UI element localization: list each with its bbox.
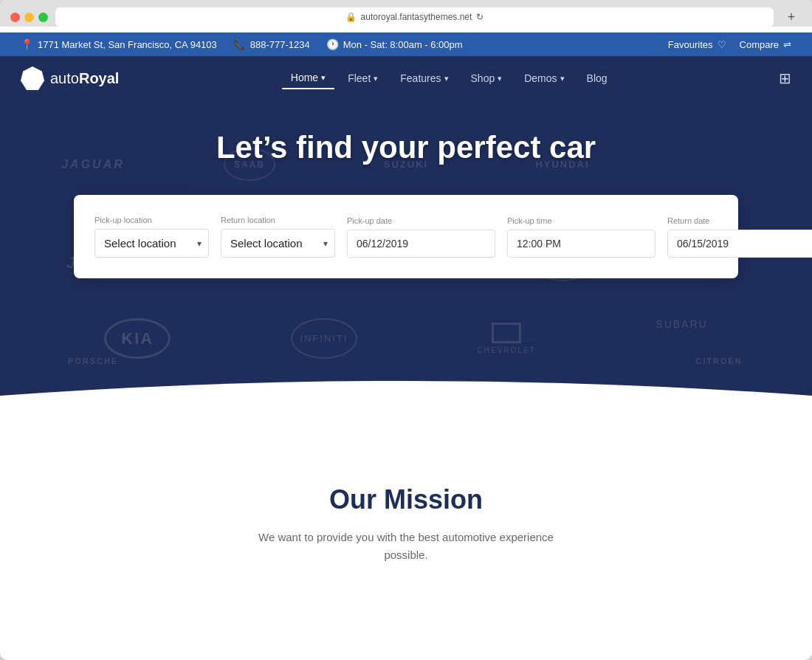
hours-text: Mon - Sat: 8:00am - 6:00pm	[343, 39, 463, 50]
logo[interactable]: autoRoyal	[21, 66, 119, 90]
logo-text: autoRoyal	[50, 70, 119, 87]
nav-item-shop[interactable]: Shop ▾	[462, 68, 512, 89]
mission-text: We want to provide you with the best aut…	[251, 529, 561, 564]
chevron-down-icon: ▾	[374, 74, 378, 83]
close-button[interactable]	[10, 13, 20, 22]
nav-home-label: Home	[291, 72, 318, 83]
return-date-input[interactable]	[667, 230, 812, 258]
brands-bottom-row: KIA INFINITI CHEVROLET SUBARU	[0, 318, 812, 359]
mission-section: Our Mission We want to provide you with …	[0, 425, 812, 594]
hero-curve	[0, 366, 812, 425]
pickup-date-label: Pick-up date	[347, 216, 495, 225]
minimize-button[interactable]	[24, 13, 34, 22]
phone-icon: 📞	[233, 38, 246, 50]
pickup-time-field: Pick-up time	[507, 216, 656, 258]
phone-item: 📞 888-777-1234	[233, 38, 310, 50]
logo-icon	[21, 66, 44, 90]
brand-subaru: SUBARU	[656, 318, 707, 359]
pickup-location-field: Pick-up location Select location	[94, 216, 209, 258]
browser-chrome: 🔒 autoroyal.fantasythemes.net ↻ +	[0, 0, 812, 27]
location-icon: 📍	[21, 38, 33, 50]
nav-menu: Home ▾ Fleet ▾ Features ▾ Shop ▾ Demos ▾…	[282, 67, 616, 89]
navigation: autoRoyal Home ▾ Fleet ▾ Features ▾ Shop…	[0, 56, 812, 100]
login-button[interactable]: ⊞	[779, 69, 791, 87]
pickup-location-wrapper: Select location	[94, 229, 209, 258]
lock-icon: 🔒	[345, 12, 357, 22]
mission-title: Our Mission	[21, 484, 791, 515]
return-date-label: Return date	[667, 216, 812, 225]
compare-item[interactable]: Compare ⇌	[740, 39, 791, 50]
reload-icon[interactable]: ↻	[476, 12, 484, 22]
nav-item-features[interactable]: Features ▾	[391, 68, 457, 89]
logo-light: auto	[50, 70, 79, 86]
info-bar-right: Favourites ♡ Compare ⇌	[668, 39, 791, 50]
nav-item-home[interactable]: Home ▾	[282, 67, 334, 89]
url-text: autoroyal.fantasythemes.net	[361, 12, 472, 22]
address-text: 1771 Market St, San Francisco, CA 94103	[38, 39, 217, 50]
hours-item: 🕐 Mon - Sat: 8:00am - 6:00pm	[326, 38, 463, 50]
address-item: 📍 1771 Market St, San Francisco, CA 9410…	[21, 38, 217, 50]
info-bar: 📍 1771 Market St, San Francisco, CA 9410…	[0, 32, 812, 56]
brand-chevrolet: CHEVROLET	[478, 318, 536, 359]
phone-text: 888-777-1234	[250, 39, 310, 50]
return-date-field: Return date	[667, 216, 812, 258]
nav-fleet-label: Fleet	[348, 72, 371, 84]
chevron-down-icon: ▾	[321, 73, 326, 83]
browser-window: 🔒 autoroyal.fantasythemes.net ↻ + 📍 1771…	[0, 0, 812, 660]
compare-text: Compare	[740, 39, 779, 50]
nav-demos-label: Demos	[524, 72, 557, 84]
chevron-down-icon: ▾	[444, 74, 449, 83]
return-location-field: Return location Select location	[221, 216, 335, 258]
return-location-wrapper: Select location	[221, 229, 335, 258]
nav-features-label: Features	[400, 72, 441, 84]
new-tab-button[interactable]: +	[781, 7, 802, 27]
return-location-label: Return location	[221, 216, 335, 224]
heart-icon: ♡	[718, 39, 726, 50]
nav-item-blog[interactable]: Blog	[578, 68, 616, 89]
logo-bold: Royal	[79, 70, 119, 86]
search-box: Pick-up location Select location Return …	[74, 195, 738, 278]
favourites-text: Favourites	[668, 39, 713, 50]
nav-shop-label: Shop	[471, 72, 495, 84]
nav-blog-label: Blog	[587, 72, 608, 84]
hero-section: JAGUAR SAAB SUZUKI HYUNDAI Jeep RENAULT …	[0, 100, 812, 425]
hero-title: Let’s find your perfect car	[216, 130, 596, 165]
pickup-time-label: Pick-up time	[507, 216, 656, 225]
return-location-select[interactable]: Select location	[221, 229, 335, 258]
chevron-down-icon: ▾	[498, 74, 502, 83]
window-controls	[10, 13, 48, 22]
clock-icon: 🕐	[326, 38, 339, 50]
address-bar[interactable]: 🔒 autoroyal.fantasythemes.net ↻	[55, 7, 774, 27]
nav-item-fleet[interactable]: Fleet ▾	[339, 68, 387, 89]
maximize-button[interactable]	[38, 13, 48, 22]
info-bar-left: 📍 1771 Market St, San Francisco, CA 9410…	[21, 38, 463, 50]
pickup-location-select[interactable]: Select location	[94, 229, 209, 258]
nav-item-demos[interactable]: Demos ▾	[515, 68, 573, 89]
chevron-down-icon: ▾	[560, 74, 565, 83]
pickup-location-label: Pick-up location	[94, 216, 209, 224]
pickup-date-input[interactable]	[347, 230, 495, 258]
brand-infiniti: INFINITI	[291, 318, 357, 359]
favourites-item[interactable]: Favourites ♡	[668, 39, 726, 50]
compare-icon: ⇌	[783, 39, 791, 50]
brand-kia: KIA	[104, 318, 171, 359]
pickup-date-field: Pick-up date	[347, 216, 495, 258]
pickup-time-input[interactable]	[507, 230, 656, 258]
